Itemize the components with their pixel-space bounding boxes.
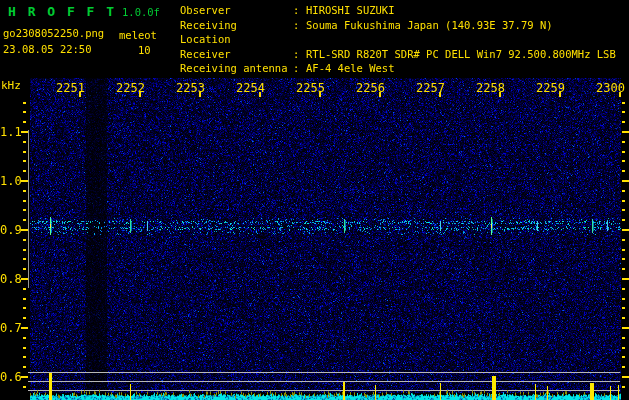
info-separator: : [293,47,306,62]
datetime-label: 23.08.05 22:50 [3,43,92,55]
info-value: RTL-SRD R820T SDR# PC DELL Win7 92.500.8… [306,47,616,62]
info-row-observer: Observer : HIROSHI SUZUKI [180,3,616,18]
info-row-receiver: Receiver : RTL-SRD R820T SDR# PC DELL Wi… [180,47,616,62]
station-info: Observer : HIROSHI SUZUKI Receiving Loca… [180,3,616,76]
info-label: Receiving Location [180,18,293,47]
info-label: Observer [180,3,293,18]
app-version: 1.0.0f [122,6,160,18]
time-axis-label-2300: 2300 [596,81,625,95]
time-axis-label-2257: 2257 [416,81,445,95]
time-axis-label-2251: 2251 [56,81,85,95]
info-separator: : [293,18,306,47]
mode-label: meleot [119,29,157,41]
time-axis-label-2258: 2258 [476,81,505,95]
info-separator: : [293,61,306,76]
time-axis-label-2252: 2252 [116,81,145,95]
spectrogram-canvas [0,78,629,400]
app-title: H R O F F T [8,4,116,19]
time-axis-label-2255: 2255 [296,81,325,95]
freq-axis-label-0-7: 0.7 [0,321,21,335]
echo-count: 10 [138,44,151,56]
info-value: HIROSHI SUZUKI [306,3,395,18]
info-value: AF-4 4ele West [306,61,395,76]
time-axis-label-2259: 2259 [536,81,565,95]
freq-axis-label-1-1: 1.1 [0,125,21,139]
info-row-location: Receiving Location : Souma Fukushima Jap… [180,18,616,47]
info-label: Receiver [180,47,293,62]
time-axis-label-2256: 2256 [356,81,385,95]
freq-axis-label-0-9: 0.9 [0,223,21,237]
khz-unit-label: kHz [1,79,21,92]
info-separator: : [293,3,306,18]
freq-axis-label-1-0: 1.0 [0,174,21,188]
freq-axis-label-0-8: 0.8 [0,272,21,286]
info-label: Receiving antenna [180,61,293,76]
hrofft-window: H R O F F T 1.0.0f go2308052250.png mele… [0,0,629,400]
freq-axis-label-0-6: 0.6 [0,370,21,384]
output-file-name: go2308052250.png [3,27,104,39]
info-row-antenna: Receiving antenna : AF-4 4ele West [180,61,616,76]
time-axis-label-2254: 2254 [236,81,265,95]
info-value: Souma Fukushima Japan (140.93E 37.79 N) [306,18,553,47]
time-axis-label-2253: 2253 [176,81,205,95]
